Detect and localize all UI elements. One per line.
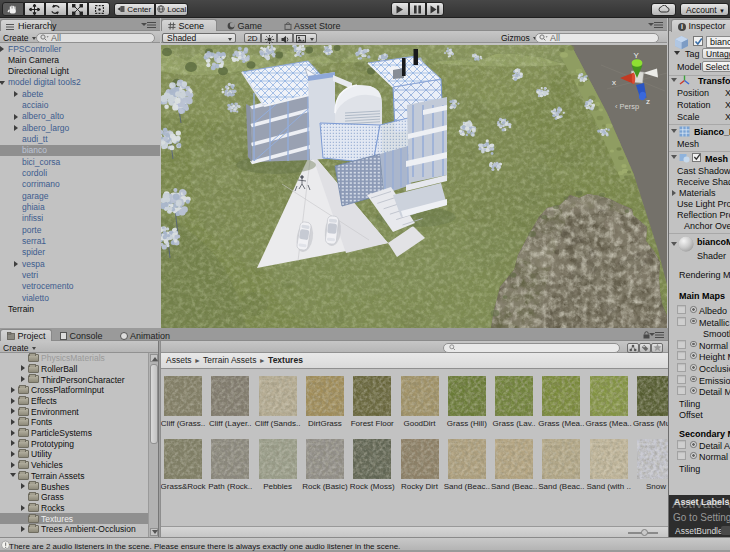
svg-text:z: z — [646, 97, 650, 106]
svg-text:‹ Persp: ‹ Persp — [615, 102, 639, 111]
svg-text:Y: Y — [634, 51, 640, 60]
svg-text:x: x — [612, 78, 616, 87]
